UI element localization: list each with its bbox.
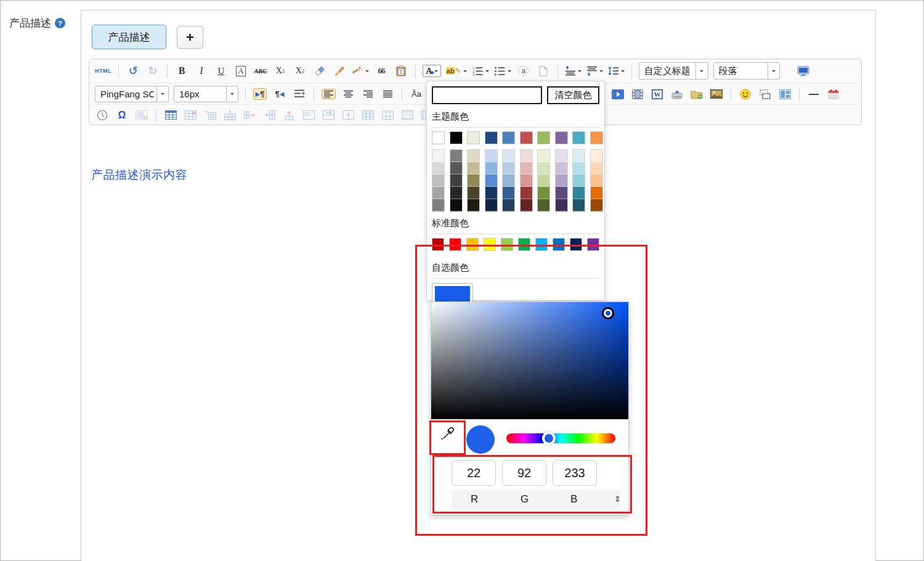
theme-shade-swatch[interactable] [521, 162, 532, 174]
theme-shade-swatch[interactable] [450, 199, 462, 211]
theme-shade-swatch[interactable] [538, 150, 549, 162]
add-tab-button[interactable]: + [177, 26, 203, 49]
font-color-button[interactable]: A [423, 63, 441, 78]
theme-shade-swatch[interactable] [521, 174, 532, 187]
ltr-paragraph-button[interactable]: ▶¶ [253, 86, 267, 101]
theme-shade-swatch[interactable] [503, 162, 514, 174]
theme-shade-swatch[interactable] [591, 174, 602, 187]
saturation-cursor[interactable] [602, 307, 614, 319]
theme-color-swatch[interactable] [432, 131, 445, 144]
blockquote-button[interactable]: 66 [374, 63, 389, 78]
delete-column-icon[interactable] [282, 108, 296, 123]
underline-button[interactable]: U [214, 63, 229, 78]
standard-color-swatch[interactable] [484, 238, 496, 251]
indent-button[interactable] [292, 86, 307, 101]
theme-shade-swatch[interactable] [591, 187, 602, 199]
table-rows-icon[interactable] [400, 108, 415, 123]
insert-video-icon[interactable] [610, 87, 625, 102]
table-caption-icon[interactable]: T [203, 108, 217, 123]
theme-shade-swatch[interactable] [573, 174, 585, 187]
theme-shade-swatch[interactable] [432, 199, 444, 211]
standard-color-swatch[interactable] [449, 238, 461, 251]
paragraph-format-select[interactable]: 段落 [713, 62, 780, 80]
theme-shade-swatch[interactable] [485, 150, 497, 162]
paragraph-spacing-top-icon[interactable] [565, 63, 582, 78]
highlight-color-button[interactable]: ab✎ [446, 63, 467, 78]
blue-value-input[interactable] [553, 460, 597, 486]
align-right-button[interactable] [360, 86, 375, 101]
import-word-icon[interactable]: W [650, 87, 665, 102]
theme-shade-swatch[interactable] [521, 150, 532, 162]
delete-table-icon[interactable] [183, 108, 198, 123]
theme-shade-swatch[interactable] [432, 187, 444, 199]
standard-color-swatch[interactable] [466, 238, 479, 251]
theme-color-swatch[interactable] [555, 131, 568, 144]
red-value-input[interactable] [452, 460, 496, 486]
ordered-list-button[interactable]: 123 [472, 63, 489, 78]
theme-color-swatch[interactable] [520, 131, 533, 144]
theme-shade-swatch[interactable] [485, 162, 497, 174]
help-icon[interactable]: ? [55, 18, 65, 28]
unordered-list-button[interactable] [494, 63, 511, 78]
theme-shade-swatch[interactable] [521, 199, 532, 211]
insert-date-icon[interactable] [826, 87, 841, 102]
new-page-icon[interactable] [536, 63, 551, 78]
merge-cells-icon[interactable] [301, 108, 316, 123]
theme-shade-swatch[interactable] [450, 174, 462, 187]
insert-row-above-icon[interactable] [222, 108, 237, 123]
theme-color-swatch[interactable] [502, 131, 515, 144]
undo-icon[interactable]: ↺ [126, 63, 140, 78]
color-mode-toggle[interactable]: ⇕ [614, 494, 621, 504]
tab-product-description[interactable]: 产品描述 [92, 25, 166, 49]
theme-shade-swatch[interactable] [591, 199, 602, 211]
auto-format-button[interactable]: a [516, 63, 531, 78]
merge-down-icon[interactable] [341, 108, 355, 123]
image-text-icon[interactable] [134, 108, 149, 123]
source-code-button[interactable]: HTML [95, 63, 111, 78]
theme-shade-swatch[interactable] [468, 162, 479, 174]
standard-color-swatch[interactable] [432, 238, 444, 251]
superscript-button[interactable]: X2 [273, 63, 288, 78]
theme-shade-swatch[interactable] [521, 187, 532, 199]
insert-row-icon[interactable] [242, 108, 257, 123]
image-manager-icon[interactable] [689, 87, 704, 102]
theme-shade-swatch[interactable] [450, 187, 462, 199]
char-border-button[interactable]: A [233, 63, 248, 78]
theme-shade-swatch[interactable] [591, 162, 602, 174]
redo-icon[interactable]: ↻ [145, 63, 160, 78]
theme-color-swatch[interactable] [485, 131, 498, 144]
table-header-row-icon[interactable] [380, 108, 395, 123]
theme-shade-swatch[interactable] [485, 187, 497, 199]
emoji-icon[interactable] [738, 87, 753, 102]
theme-color-swatch[interactable] [537, 131, 550, 144]
theme-shade-swatch[interactable] [485, 199, 497, 211]
theme-shade-swatch[interactable] [573, 199, 585, 211]
standard-color-swatch[interactable] [535, 238, 548, 251]
eyedropper-icon[interactable] [439, 423, 458, 443]
insert-column-icon[interactable] [262, 108, 277, 123]
theme-shade-swatch[interactable] [556, 187, 567, 199]
theme-shade-swatch[interactable] [538, 174, 549, 187]
standard-color-swatch[interactable] [501, 238, 513, 251]
theme-color-swatch[interactable] [572, 131, 585, 144]
font-family-select[interactable]: PingFang SC [95, 86, 169, 102]
subscript-button[interactable]: X2 [293, 63, 307, 78]
template-layout-icon[interactable] [777, 87, 792, 102]
theme-shade-swatch[interactable] [468, 187, 479, 199]
hue-slider-thumb[interactable] [542, 432, 556, 445]
align-justify-button[interactable] [380, 86, 395, 101]
theme-shade-swatch[interactable] [556, 199, 567, 211]
theme-shade-swatch[interactable] [573, 162, 585, 174]
theme-shade-swatch[interactable] [591, 150, 602, 162]
format-painter-icon[interactable] [332, 63, 347, 78]
insert-time-icon[interactable] [95, 108, 110, 123]
custom-color-swatch[interactable] [435, 286, 470, 303]
theme-shade-swatch[interactable] [503, 150, 514, 162]
theme-shade-swatch[interactable] [503, 187, 514, 199]
custom-heading-select[interactable]: 自定义标题 [639, 62, 708, 80]
special-char-button[interactable]: Ω [115, 108, 129, 123]
insert-table-icon[interactable] [163, 108, 178, 123]
hue-slider[interactable] [506, 433, 615, 443]
theme-shade-swatch[interactable] [432, 162, 444, 174]
paragraph-spacing-bottom-icon[interactable] [586, 63, 603, 78]
